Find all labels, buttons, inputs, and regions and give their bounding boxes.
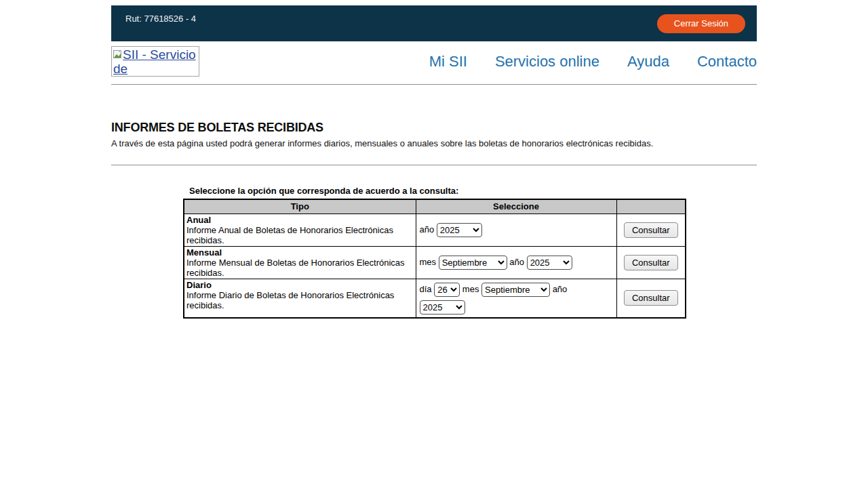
logout-button[interactable]: Cerrar Sesión (657, 14, 745, 33)
report-options-table: Tipo Seleccione Anual Informe Anual de B… (183, 199, 686, 319)
site-header: SII - Servicio de Mi SII Servicios onlin… (111, 46, 757, 77)
nav-contacto[interactable]: Contacto (697, 53, 757, 70)
diario-day-select[interactable]: 26 (434, 283, 460, 297)
mensual-month-label: mes (420, 257, 437, 267)
session-bar: Rut: 77618526 - 4 Cerrar Sesión (111, 5, 757, 41)
diario-month-select[interactable]: Septiembre (481, 283, 550, 297)
diario-controls-cell: día 26 mes Septiembre año 2025 (416, 279, 616, 318)
table-row-diario: Diario Informe Diario de Boletas de Hono… (184, 279, 686, 318)
anual-year-select[interactable]: 2025 (437, 223, 482, 237)
mensual-controls-cell: mes Septiembre año 2025 (416, 246, 616, 279)
diario-type-cell: Diario Informe Diario de Boletas de Hono… (184, 279, 416, 318)
main-nav: Mi SII Servicios online Ayuda Contacto (429, 53, 757, 70)
selection-prompt: Seleccione la opción que corresponda de … (189, 186, 757, 196)
mensual-type-cell: Mensual Informe Mensual de Boletas de Ho… (184, 246, 416, 279)
mensual-consultar-button[interactable]: Consultar (624, 255, 678, 270)
header-divider (111, 84, 757, 85)
anual-year-label: año (420, 224, 435, 235)
content-divider (111, 165, 757, 165)
mensual-description: Informe Mensual de Boletas de Honorarios… (186, 258, 405, 278)
diario-year-label: año (553, 284, 568, 294)
anual-controls-cell: año 2025 (416, 214, 616, 246)
anual-consultar-button[interactable]: Consultar (624, 222, 678, 238)
broken-image-icon (113, 49, 122, 62)
column-header-action (616, 199, 686, 214)
mensual-year-select[interactable]: 2025 (527, 256, 572, 270)
diario-month-label: mes (462, 284, 479, 294)
anual-type-label: Anual (186, 215, 414, 225)
logo-alt-text: SII - Servicio de (113, 47, 196, 76)
table-header-row: Tipo Seleccione (184, 199, 686, 214)
diario-day-label: día (420, 284, 432, 294)
anual-action-cell: Consultar (616, 214, 686, 246)
column-header-tipo: Tipo (184, 199, 416, 214)
nav-ayuda[interactable]: Ayuda (627, 53, 669, 70)
table-row-anual: Anual Informe Anual de Boletas de Honora… (184, 214, 686, 246)
diario-description: Informe Diario de Boletas de Honorarios … (186, 290, 394, 310)
nav-servicios-online[interactable]: Servicios online (495, 53, 599, 70)
mensual-month-select[interactable]: Septiembre (439, 256, 507, 270)
diario-type-label: Diario (186, 280, 414, 290)
sii-logo-broken-image[interactable]: SII - Servicio de (111, 46, 199, 77)
table-row-mensual: Mensual Informe Mensual de Boletas de Ho… (184, 246, 686, 279)
anual-description: Informe Anual de Boletas de Honorarios E… (186, 225, 393, 245)
column-header-seleccione: Seleccione (416, 199, 616, 214)
diario-consultar-button[interactable]: Consultar (624, 290, 678, 306)
nav-mi-sii[interactable]: Mi SII (429, 53, 467, 70)
mensual-year-label: año (509, 257, 524, 267)
mensual-action-cell: Consultar (616, 246, 686, 279)
diario-year-select[interactable]: 2025 (420, 300, 465, 314)
page-title: INFORMES DE BOLETAS RECIBIDAS (111, 121, 757, 135)
page-subtitle: A través de esta página usted podrá gene… (111, 138, 757, 148)
mensual-type-label: Mensual (186, 247, 414, 258)
anual-type-cell: Anual Informe Anual de Boletas de Honora… (184, 214, 416, 246)
page-container: Rut: 77618526 - 4 Cerrar Sesión SII - Se… (111, 5, 757, 319)
rut-label: Rut: 77618526 - 4 (125, 14, 196, 41)
diario-action-cell: Consultar (616, 279, 686, 318)
